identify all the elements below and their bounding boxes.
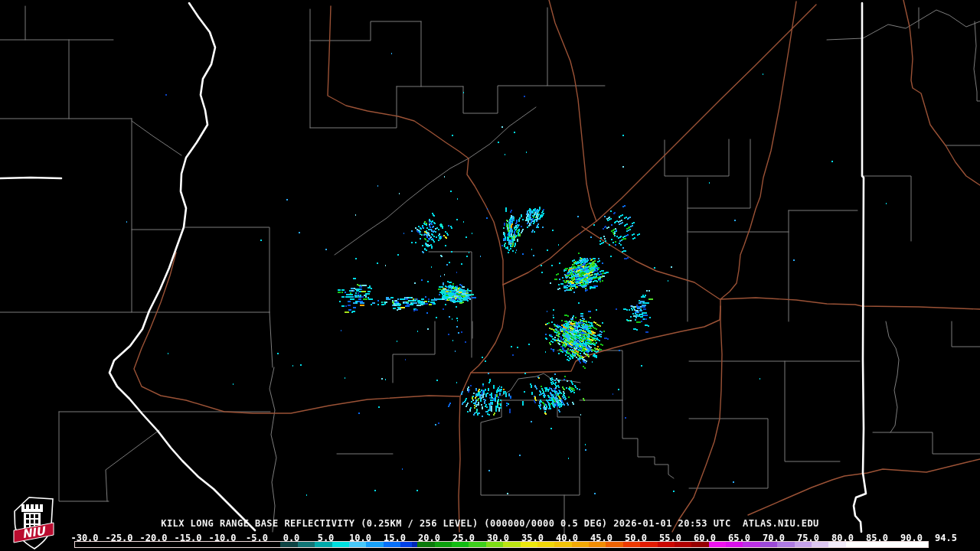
scale-tick-label: 70.0 (763, 533, 785, 543)
scale-tick-label: -15.0 (174, 533, 201, 543)
scale-tick-label: 0.0 (283, 533, 300, 543)
scale-tick-label: 50.0 (625, 533, 647, 543)
scale-tick-label: 75.0 (797, 533, 819, 543)
scale-tick-label: 90.0 (900, 533, 923, 543)
scale-tick-label: 94.5 (935, 533, 957, 543)
scale-tick-label: 20.0 (418, 533, 440, 543)
niu-logo: NIU (6, 496, 58, 551)
legend-footer: KILX LONG RANGE BASE REFLECTIVITY (0.25K… (0, 513, 980, 551)
scale-tick-label: 25.0 (452, 533, 475, 543)
scale-tick-label: 40.0 (556, 533, 578, 543)
radar-display: KILX LONG RANGE BASE REFLECTIVITY (0.25K… (0, 0, 980, 551)
scale-tick-label: 5.0 (318, 533, 335, 543)
scale-tick-label: 80.0 (831, 533, 854, 543)
scale-tick-label: 85.0 (866, 533, 888, 543)
scale-tick-label: 15.0 (384, 533, 406, 543)
scale-tick-label: -30.0 (70, 533, 98, 543)
scale-tick-label: 10.0 (349, 533, 371, 543)
scale-tick-label: -20.0 (139, 533, 167, 543)
scale-tick-label: 35.0 (521, 533, 544, 543)
scale-tick-label: 45.0 (590, 533, 612, 543)
reflectivity-scale: -30.0-25.0-20.0-15.0-10.0-5.00.05.010.01… (0, 513, 980, 551)
scale-tick-label: 65.0 (728, 533, 750, 543)
scale-tick-label: 60.0 (694, 533, 716, 543)
scale-tick-label: -10.0 (208, 533, 236, 543)
scale-tick-label: -5.0 (246, 533, 268, 543)
scale-tick-label: 30.0 (487, 533, 509, 543)
scale-tick-label: -25.0 (105, 533, 132, 543)
radar-echoes (0, 0, 980, 551)
scale-tick-label: 55.0 (659, 533, 681, 543)
